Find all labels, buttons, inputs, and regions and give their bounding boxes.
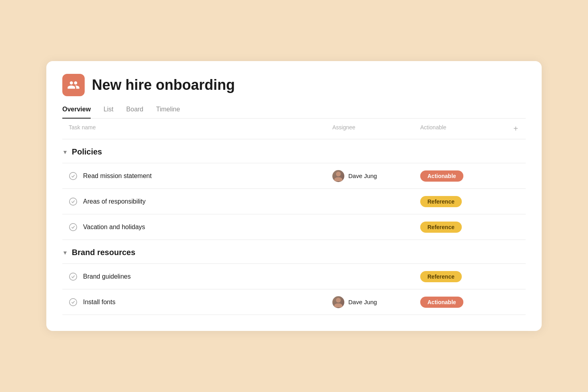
task-check-icon[interactable] [69,298,77,307]
table-row[interactable]: Areas of responsibility Reference [62,189,526,214]
task-name-cell: Install fonts [62,291,326,313]
tab-list[interactable]: List [103,106,113,119]
task-name: Brand guidelines [83,273,131,280]
tab-bar: Overview List Board Timeline [62,106,526,119]
project-header: New hire onboarding [62,74,526,96]
project-icon [62,74,85,96]
badge-cell: Reference [414,271,506,282]
col-assignee: Assignee [326,124,414,133]
task-name-cell: Read mission statement [62,165,326,187]
section-policies-header: ▼ Policies [62,139,526,163]
badge-cell: Reference [414,222,506,233]
task-name: Install fonts [83,299,115,306]
team-icon [67,79,80,91]
task-name: Vacation and holidays [83,224,145,231]
section-chevron-brand[interactable]: ▼ [62,249,68,256]
task-name: Read mission statement [83,172,152,180]
task-check-icon[interactable] [69,272,77,281]
badge-cell: Actionable [414,170,506,182]
table-header: Task name Assignee Actionable + [62,119,526,139]
task-name-cell: Areas of responsibility [62,191,326,212]
section-brand-header: ▼ Brand resources [62,240,526,264]
section-title-brand: Brand resources [72,248,135,257]
task-check-icon[interactable] [69,197,77,206]
avatar [332,170,344,182]
assignee-cell: Dave Jung [326,170,414,182]
table-row[interactable]: Install fonts Dave Jung Actionable [62,289,526,315]
assignee-name: Dave Jung [348,299,377,305]
status-badge: Actionable [420,170,463,182]
svg-point-3 [70,273,77,280]
col-actionable: Actionable [414,124,506,133]
table-row[interactable]: Vacation and holidays Reference [62,214,526,240]
task-name-cell: Brand guidelines [62,266,326,287]
assignee-cell: Dave Jung [326,296,414,308]
status-badge: Reference [420,271,462,282]
tab-overview[interactable]: Overview [62,106,91,119]
section-title-policies: Policies [72,147,102,156]
svg-point-2 [70,223,77,230]
svg-point-0 [70,172,77,179]
task-name: Areas of responsibility [83,198,146,205]
badge-cell: Actionable [414,297,506,308]
add-column-button[interactable]: + [506,124,526,133]
svg-point-4 [70,298,77,305]
table-row[interactable]: Brand guidelines Reference [62,264,526,289]
task-check-icon[interactable] [69,223,77,232]
task-check-icon[interactable] [69,172,77,180]
status-badge: Actionable [420,297,463,308]
status-badge: Reference [420,196,462,207]
project-title: New hire onboarding [92,77,235,93]
col-task-name: Task name [62,124,326,133]
task-name-cell: Vacation and holidays [62,216,326,238]
badge-cell: Reference [414,196,506,207]
section-chevron-policies[interactable]: ▼ [62,149,68,155]
table-row[interactable]: Read mission statement Dave Jung Actiona… [62,163,526,189]
tab-board[interactable]: Board [126,106,143,119]
svg-point-1 [70,198,77,205]
assignee-name: Dave Jung [348,172,377,179]
tab-timeline[interactable]: Timeline [156,106,180,119]
avatar [332,296,344,308]
status-badge: Reference [420,222,462,233]
main-card: New hire onboarding Overview List Board … [46,61,542,331]
